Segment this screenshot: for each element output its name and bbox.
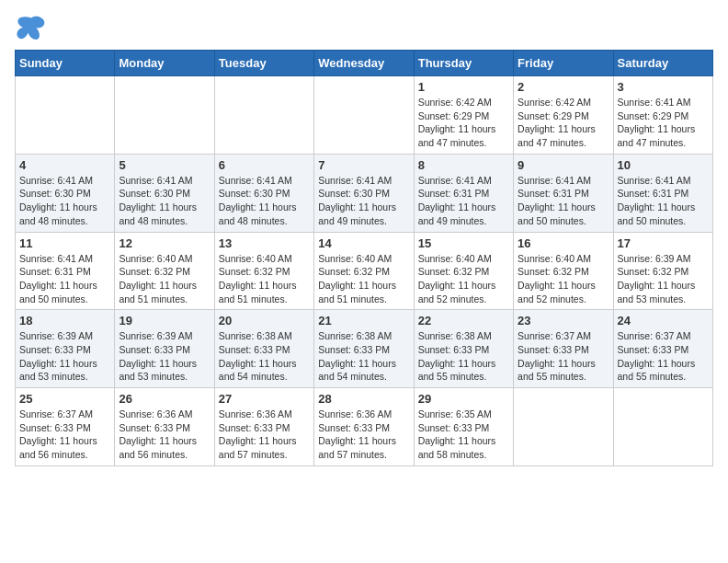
calendar-cell: 7Sunrise: 6:41 AM Sunset: 6:30 PM Daylig… bbox=[314, 154, 414, 232]
day-header: Tuesday bbox=[214, 51, 313, 76]
calendar-cell: 14Sunrise: 6:40 AM Sunset: 6:32 PM Dayli… bbox=[314, 232, 414, 310]
day-number: 5 bbox=[119, 158, 210, 172]
day-info: Sunrise: 6:41 AM Sunset: 6:31 PM Dayligh… bbox=[518, 174, 609, 228]
day-info: Sunrise: 6:41 AM Sunset: 6:30 PM Dayligh… bbox=[318, 174, 409, 228]
day-number: 18 bbox=[19, 314, 110, 327]
day-info: Sunrise: 6:41 AM Sunset: 6:31 PM Dayligh… bbox=[19, 252, 110, 306]
day-info: Sunrise: 6:40 AM Sunset: 6:32 PM Dayligh… bbox=[119, 252, 210, 306]
day-info: Sunrise: 6:36 AM Sunset: 6:33 PM Dayligh… bbox=[119, 408, 210, 462]
day-number: 1 bbox=[418, 80, 509, 94]
day-info: Sunrise: 6:41 AM Sunset: 6:30 PM Dayligh… bbox=[119, 174, 210, 228]
day-header: Thursday bbox=[414, 51, 513, 76]
day-header: Saturday bbox=[613, 51, 712, 76]
day-header: Sunday bbox=[16, 51, 115, 76]
calendar-cell: 2Sunrise: 6:42 AM Sunset: 6:29 PM Daylig… bbox=[514, 76, 613, 155]
day-number: 27 bbox=[219, 392, 310, 406]
calendar-cell: 17Sunrise: 6:39 AM Sunset: 6:32 PM Dayli… bbox=[613, 232, 712, 310]
header-row: SundayMondayTuesdayWednesdayThursdayFrid… bbox=[16, 51, 713, 76]
calendar-cell: 26Sunrise: 6:36 AM Sunset: 6:33 PM Dayli… bbox=[115, 388, 214, 466]
day-info: Sunrise: 6:40 AM Sunset: 6:32 PM Dayligh… bbox=[318, 252, 409, 306]
calendar-cell: 29Sunrise: 6:35 AM Sunset: 6:33 PM Dayli… bbox=[414, 388, 513, 466]
day-info: Sunrise: 6:36 AM Sunset: 6:33 PM Dayligh… bbox=[219, 408, 310, 462]
day-number: 14 bbox=[318, 236, 409, 250]
day-number: 16 bbox=[518, 236, 609, 250]
day-header: Friday bbox=[514, 51, 613, 76]
week-row: 11Sunrise: 6:41 AM Sunset: 6:31 PM Dayli… bbox=[16, 232, 713, 310]
day-number: 11 bbox=[19, 236, 110, 250]
day-info: Sunrise: 6:40 AM Sunset: 6:32 PM Dayligh… bbox=[518, 252, 609, 306]
week-row: 1Sunrise: 6:42 AM Sunset: 6:29 PM Daylig… bbox=[16, 76, 713, 155]
day-number: 25 bbox=[19, 392, 110, 406]
calendar-cell: 25Sunrise: 6:37 AM Sunset: 6:33 PM Dayli… bbox=[16, 388, 115, 466]
calendar-cell bbox=[214, 76, 313, 155]
calendar-cell: 19Sunrise: 6:39 AM Sunset: 6:33 PM Dayli… bbox=[115, 310, 214, 388]
day-number: 26 bbox=[119, 392, 210, 406]
calendar-cell: 9Sunrise: 6:41 AM Sunset: 6:31 PM Daylig… bbox=[514, 154, 613, 232]
calendar-cell: 4Sunrise: 6:41 AM Sunset: 6:30 PM Daylig… bbox=[16, 154, 115, 232]
calendar-cell: 24Sunrise: 6:37 AM Sunset: 6:33 PM Dayli… bbox=[613, 310, 712, 388]
calendar-cell: 13Sunrise: 6:40 AM Sunset: 6:32 PM Dayli… bbox=[214, 232, 313, 310]
calendar-cell: 16Sunrise: 6:40 AM Sunset: 6:32 PM Dayli… bbox=[514, 232, 613, 310]
day-info: Sunrise: 6:38 AM Sunset: 6:33 PM Dayligh… bbox=[219, 329, 310, 384]
calendar-cell: 28Sunrise: 6:36 AM Sunset: 6:33 PM Dayli… bbox=[314, 388, 414, 466]
calendar-cell: 3Sunrise: 6:41 AM Sunset: 6:29 PM Daylig… bbox=[613, 76, 712, 155]
day-number: 28 bbox=[318, 392, 409, 406]
page-header bbox=[15, 15, 713, 42]
day-number: 15 bbox=[418, 236, 509, 250]
calendar-cell: 11Sunrise: 6:41 AM Sunset: 6:31 PM Dayli… bbox=[16, 232, 115, 310]
logo-icon bbox=[15, 15, 48, 42]
calendar-cell: 6Sunrise: 6:41 AM Sunset: 6:30 PM Daylig… bbox=[214, 154, 313, 232]
day-header: Wednesday bbox=[314, 51, 414, 76]
week-row: 4Sunrise: 6:41 AM Sunset: 6:30 PM Daylig… bbox=[16, 154, 713, 232]
logo bbox=[15, 15, 51, 42]
day-number: 29 bbox=[418, 392, 509, 406]
day-number: 19 bbox=[119, 314, 210, 327]
day-number: 17 bbox=[618, 236, 709, 250]
week-row: 25Sunrise: 6:37 AM Sunset: 6:33 PM Dayli… bbox=[16, 388, 713, 466]
calendar-cell bbox=[16, 76, 115, 155]
day-info: Sunrise: 6:37 AM Sunset: 6:33 PM Dayligh… bbox=[618, 329, 709, 384]
day-header: Monday bbox=[115, 51, 214, 76]
calendar-cell: 8Sunrise: 6:41 AM Sunset: 6:31 PM Daylig… bbox=[414, 154, 513, 232]
day-info: Sunrise: 6:37 AM Sunset: 6:33 PM Dayligh… bbox=[518, 329, 609, 384]
calendar-cell: 21Sunrise: 6:38 AM Sunset: 6:33 PM Dayli… bbox=[314, 310, 414, 388]
calendar-cell bbox=[613, 388, 712, 466]
day-info: Sunrise: 6:39 AM Sunset: 6:32 PM Dayligh… bbox=[618, 252, 709, 306]
day-info: Sunrise: 6:39 AM Sunset: 6:33 PM Dayligh… bbox=[19, 329, 110, 384]
calendar-cell: 20Sunrise: 6:38 AM Sunset: 6:33 PM Dayli… bbox=[214, 310, 313, 388]
calendar-cell: 23Sunrise: 6:37 AM Sunset: 6:33 PM Dayli… bbox=[514, 310, 613, 388]
day-number: 22 bbox=[418, 314, 509, 327]
day-number: 23 bbox=[518, 314, 609, 327]
calendar-cell bbox=[115, 76, 214, 155]
day-info: Sunrise: 6:40 AM Sunset: 6:32 PM Dayligh… bbox=[418, 252, 509, 306]
day-number: 3 bbox=[618, 80, 709, 94]
calendar-cell: 1Sunrise: 6:42 AM Sunset: 6:29 PM Daylig… bbox=[414, 76, 513, 155]
day-number: 10 bbox=[618, 158, 709, 172]
day-info: Sunrise: 6:37 AM Sunset: 6:33 PM Dayligh… bbox=[19, 408, 110, 462]
calendar-cell: 10Sunrise: 6:41 AM Sunset: 6:31 PM Dayli… bbox=[613, 154, 712, 232]
day-info: Sunrise: 6:35 AM Sunset: 6:33 PM Dayligh… bbox=[418, 408, 509, 462]
day-number: 2 bbox=[518, 80, 609, 94]
calendar-cell: 12Sunrise: 6:40 AM Sunset: 6:32 PM Dayli… bbox=[115, 232, 214, 310]
day-number: 20 bbox=[219, 314, 310, 327]
day-number: 13 bbox=[219, 236, 310, 250]
day-number: 8 bbox=[418, 158, 509, 172]
day-info: Sunrise: 6:41 AM Sunset: 6:29 PM Dayligh… bbox=[618, 96, 709, 150]
day-number: 7 bbox=[318, 158, 409, 172]
day-number: 6 bbox=[219, 158, 310, 172]
day-info: Sunrise: 6:41 AM Sunset: 6:30 PM Dayligh… bbox=[219, 174, 310, 228]
day-info: Sunrise: 6:42 AM Sunset: 6:29 PM Dayligh… bbox=[418, 96, 509, 150]
day-number: 24 bbox=[618, 314, 709, 327]
calendar-cell: 15Sunrise: 6:40 AM Sunset: 6:32 PM Dayli… bbox=[414, 232, 513, 310]
day-info: Sunrise: 6:41 AM Sunset: 6:31 PM Dayligh… bbox=[418, 174, 509, 228]
day-info: Sunrise: 6:42 AM Sunset: 6:29 PM Dayligh… bbox=[518, 96, 609, 150]
day-info: Sunrise: 6:36 AM Sunset: 6:33 PM Dayligh… bbox=[318, 408, 409, 462]
calendar-cell: 5Sunrise: 6:41 AM Sunset: 6:30 PM Daylig… bbox=[115, 154, 214, 232]
day-info: Sunrise: 6:41 AM Sunset: 6:30 PM Dayligh… bbox=[19, 174, 110, 228]
calendar-cell: 22Sunrise: 6:38 AM Sunset: 6:33 PM Dayli… bbox=[414, 310, 513, 388]
day-info: Sunrise: 6:38 AM Sunset: 6:33 PM Dayligh… bbox=[418, 329, 509, 384]
day-info: Sunrise: 6:39 AM Sunset: 6:33 PM Dayligh… bbox=[119, 329, 210, 384]
calendar-cell: 27Sunrise: 6:36 AM Sunset: 6:33 PM Dayli… bbox=[214, 388, 313, 466]
week-row: 18Sunrise: 6:39 AM Sunset: 6:33 PM Dayli… bbox=[16, 310, 713, 388]
day-number: 21 bbox=[318, 314, 409, 327]
